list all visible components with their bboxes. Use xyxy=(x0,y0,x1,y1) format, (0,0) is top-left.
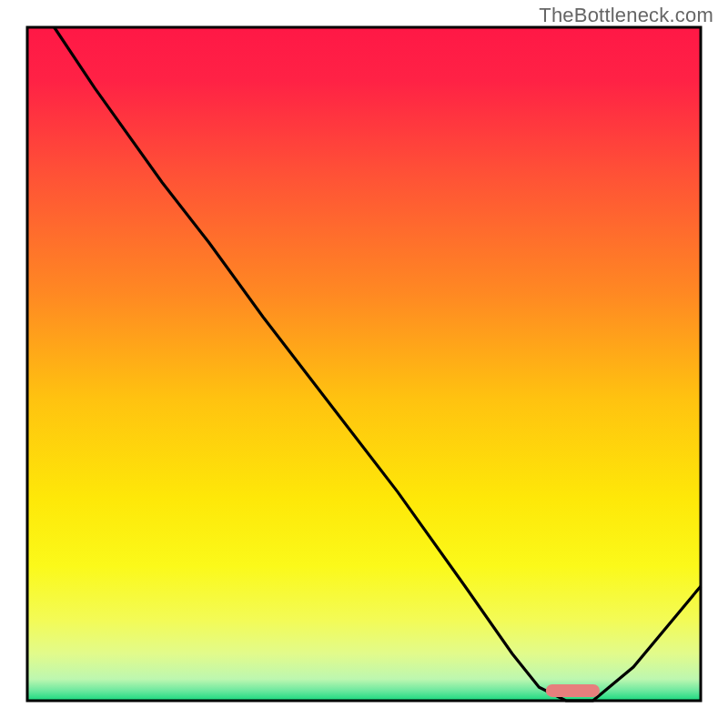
chart-container: TheBottleneck.com xyxy=(0,0,728,728)
plot-background xyxy=(27,27,701,701)
bottleneck-chart xyxy=(0,0,728,728)
minimum-marker xyxy=(546,684,600,697)
watermark-text: TheBottleneck.com xyxy=(539,4,713,27)
